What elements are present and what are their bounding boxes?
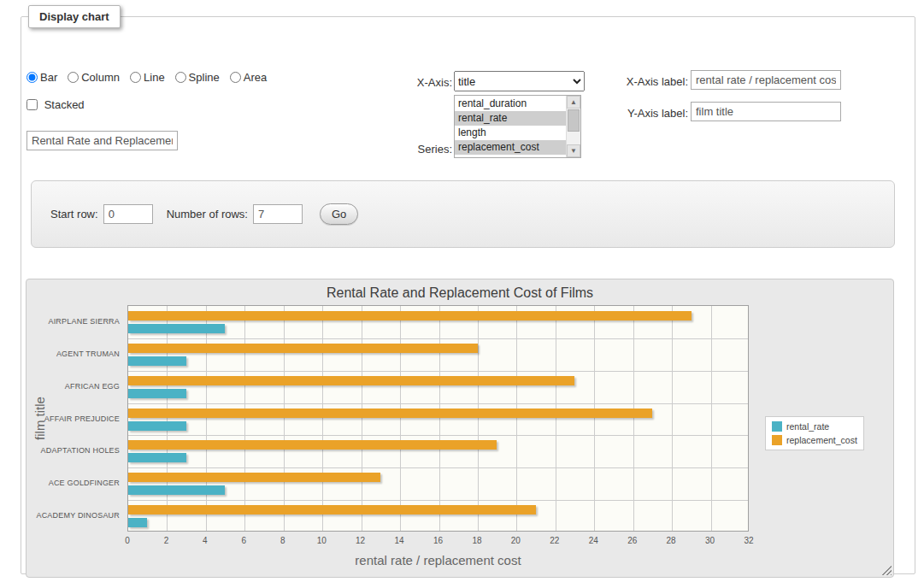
gridline (362, 306, 362, 531)
series-options: rental_durationrental_ratelengthreplacem… (455, 96, 566, 157)
x-tick-labels: 02468101214161820222426283032 (127, 536, 749, 548)
chart-type-radio-area[interactable] (230, 72, 241, 83)
gridline (672, 306, 673, 531)
gridline (128, 338, 748, 339)
bar-rental_rate (128, 518, 147, 527)
series-label: Series: (384, 143, 452, 156)
series-option-rental_duration[interactable]: rental_duration (455, 97, 566, 111)
x-tick: 24 (589, 536, 598, 545)
x-axis-title: rental rate / replacement cost (127, 553, 749, 567)
x-tick: 20 (511, 536, 521, 545)
start-row-label: Start row: (50, 208, 98, 220)
bar-replacement_cost (128, 311, 692, 320)
x-axis-label-input[interactable] (691, 70, 841, 90)
legend-label: rental_rate (786, 421, 829, 432)
x-tick: 12 (356, 536, 365, 545)
y-category: ADAPTATION HOLES (26, 446, 120, 455)
x-tick: 32 (744, 536, 753, 545)
legend-swatch (772, 421, 782, 432)
gridline (244, 306, 245, 531)
y-axis-label-field-label: Y-Axis label: (614, 107, 688, 120)
x-tick: 18 (472, 536, 481, 545)
legend-label: replacement_cost (786, 435, 857, 445)
gridline (128, 371, 748, 372)
plot-area (127, 305, 749, 532)
chart-type-option-line[interactable]: Line (130, 71, 165, 84)
resize-handle-icon[interactable] (881, 565, 892, 575)
gridline (322, 306, 323, 531)
gridline (478, 306, 479, 531)
stacked-label: Stacked (44, 98, 85, 111)
x-axis-label: X-Axis: (384, 76, 452, 89)
y-category: ACADEMY DINOSAUR (26, 511, 120, 520)
legend-swatch (772, 435, 782, 445)
chart-legend: rental_ratereplacement_cost (765, 416, 864, 450)
x-tick: 28 (667, 536, 676, 545)
chart-type-option-spline[interactable]: Spline (175, 71, 220, 84)
chart-type-option-area[interactable]: Area (230, 71, 267, 84)
bar-rental_rate (128, 421, 186, 431)
gridline (128, 403, 748, 404)
chart-type-radio-bar[interactable] (26, 72, 38, 83)
x-tick: 26 (627, 536, 637, 545)
y-category: AFRICAN EGG (26, 382, 120, 391)
bar-replacement_cost (128, 376, 574, 385)
x-tick: 0 (125, 536, 130, 545)
y-axis-label-input[interactable] (691, 102, 841, 121)
bar-rental_rate (128, 356, 186, 366)
chart-title-input[interactable] (26, 131, 178, 150)
chart-container: Rental Rate and Replacement Cost of Film… (26, 279, 894, 578)
gridline (711, 306, 712, 531)
gridline (206, 306, 207, 531)
legend-entry-replacement_cost: replacement_cost (768, 433, 861, 447)
scroll-thumb[interactable] (568, 109, 580, 132)
go-button[interactable]: Go (320, 203, 358, 225)
x-tick: 16 (433, 536, 443, 545)
num-rows-input[interactable] (253, 204, 303, 224)
gridline (556, 306, 556, 531)
y-category: ACE GOLDFINGER (26, 479, 120, 487)
row-controls-panel: Start row: Number of rows: Go (31, 180, 895, 248)
bar-rental_rate (128, 324, 225, 333)
y-category: AGENT TRUMAN (26, 350, 120, 358)
scroll-up-icon[interactable]: ▲ (567, 96, 580, 109)
gridline (128, 500, 748, 501)
x-tick: 6 (242, 536, 247, 545)
chart-type-option-column[interactable]: Column (68, 71, 120, 84)
stacked-option[interactable]: Stacked (26, 98, 85, 111)
x-axis-label-field-label: X-Axis label: (614, 75, 688, 88)
gridline (594, 306, 595, 531)
display-chart-panel: Display chart BarColumnLineSplineArea St… (21, 5, 915, 574)
x-axis-select[interactable]: title (454, 71, 585, 91)
stacked-row: Stacked (26, 98, 85, 111)
panel-legend: Display chart (28, 5, 121, 28)
gridline (167, 306, 168, 531)
start-row-input[interactable] (103, 204, 153, 224)
scroll-down-icon[interactable]: ▼ (567, 144, 580, 157)
x-tick: 10 (317, 536, 327, 545)
stacked-checkbox[interactable] (26, 99, 38, 110)
series-option-rental_rate[interactable]: rental_rate (455, 111, 566, 126)
chart-title: Rental Rate and Replacement Cost of Film… (26, 285, 893, 301)
series-scrollbar[interactable]: ▲ ▼ (566, 96, 580, 157)
series-option-replacement_cost[interactable]: replacement_cost (455, 140, 566, 155)
x-tick: 22 (550, 536, 559, 545)
chart-type-radio-line[interactable] (130, 72, 141, 83)
chart-type-radios: BarColumnLineSplineArea (26, 71, 277, 84)
gridline (128, 467, 748, 468)
num-rows-label: Number of rows: (167, 208, 248, 220)
y-category-labels: AIRPLANE SIERRAAGENT TRUMANAFRICAN EGGAF… (26, 305, 123, 532)
chart-type-radio-column[interactable] (68, 72, 79, 83)
bar-rental_rate (128, 389, 186, 398)
gridline (128, 435, 748, 436)
bar-rental_rate (128, 453, 186, 462)
series-option-length[interactable]: length (455, 126, 566, 140)
y-category: AIRPLANE SIERRA (26, 317, 120, 326)
bar-replacement_cost (128, 505, 536, 514)
bar-rental_rate (128, 485, 225, 495)
series-listbox[interactable]: rental_durationrental_ratelengthreplacem… (454, 95, 581, 158)
bar-replacement_cost (128, 409, 652, 418)
chart-type-option-bar[interactable]: Bar (26, 71, 57, 84)
chart-type-radio-spline[interactable] (175, 72, 186, 83)
x-tick: 30 (705, 536, 715, 545)
